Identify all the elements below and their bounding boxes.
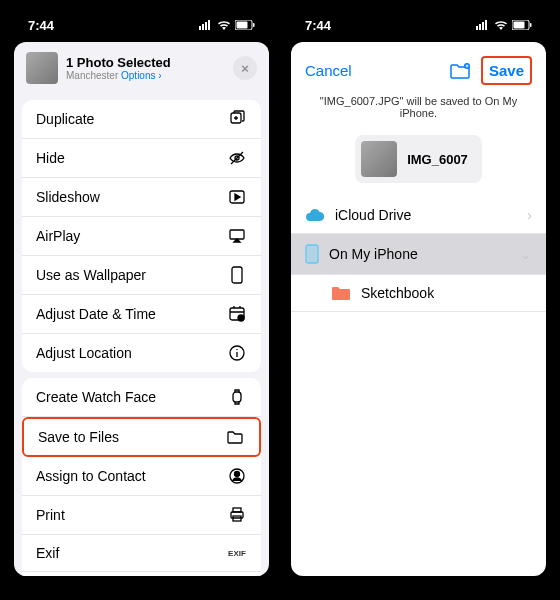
play-icon (227, 188, 247, 206)
svg-rect-5 (237, 22, 248, 29)
wifi-icon (494, 20, 508, 30)
row-exif[interactable]: ExifEXIF (22, 535, 261, 572)
svg-rect-22 (476, 26, 478, 30)
chevron-right-icon: › (527, 207, 532, 223)
files-sheet: Cancel Save "IMG_6007.JPG" will be saved… (291, 42, 546, 576)
location-on-my-iphone[interactable]: On My iPhone ⌄ (291, 234, 546, 275)
row-dropbox[interactable]: Save to Dropbox (22, 572, 261, 576)
row-location[interactable]: Adjust Location (22, 334, 261, 372)
row-wallpaper[interactable]: Use as Wallpaper (22, 256, 261, 295)
svg-rect-11 (232, 267, 242, 283)
save-button[interactable]: Save (481, 56, 532, 85)
svg-rect-19 (233, 508, 241, 512)
exif-icon: EXIF (227, 549, 247, 558)
app-folder-icon (331, 285, 351, 301)
wallpaper-icon (227, 266, 247, 284)
info-icon (227, 344, 247, 362)
sheet-header: 1 Photo Selected Manchester Options › × (14, 42, 269, 94)
save-message: "IMG_6007.JPG" will be saved to On My iP… (291, 95, 546, 127)
row-hide[interactable]: Hide (22, 139, 261, 178)
location-icloud[interactable]: iCloud Drive › (291, 197, 546, 234)
print-icon (227, 506, 247, 524)
action-list-2: Create Watch Face Save to Files Assign t… (22, 378, 261, 576)
photo-thumbnail (26, 52, 58, 84)
action-list-1: Duplicate Hide Slideshow AirPlay Use as … (22, 100, 261, 372)
row-airplay[interactable]: AirPlay (22, 217, 261, 256)
left-phone: 7:44 1 Photo Selected Manchester Options… (8, 8, 275, 592)
chevron-down-icon: ⌄ (520, 246, 532, 262)
row-duplicate[interactable]: Duplicate (22, 100, 261, 139)
watch-icon (227, 388, 247, 406)
share-sheet: 1 Photo Selected Manchester Options › × … (14, 42, 269, 576)
hide-icon (227, 149, 247, 167)
status-time: 7:44 (28, 18, 54, 33)
folder-icon (225, 429, 245, 445)
svg-rect-0 (199, 26, 201, 30)
row-watch-face[interactable]: Create Watch Face (22, 378, 261, 417)
row-datetime[interactable]: Adjust Date & Time (22, 295, 261, 334)
row-print[interactable]: Print (22, 496, 261, 535)
file-preview: IMG_6007 (291, 127, 546, 197)
svg-rect-23 (479, 24, 481, 30)
status-bar: 7:44 (285, 8, 552, 42)
status-time: 7:44 (305, 18, 331, 33)
battery-icon (235, 20, 255, 30)
status-bar: 7:44 (8, 8, 275, 42)
svg-rect-6 (253, 23, 255, 27)
signal-icon (199, 20, 213, 30)
home-indicator[interactable] (92, 584, 192, 588)
svg-point-13 (238, 315, 244, 321)
home-indicator[interactable] (369, 584, 469, 588)
svg-rect-28 (530, 23, 532, 27)
svg-rect-3 (208, 20, 210, 30)
file-name: IMG_6007 (407, 152, 468, 167)
new-folder-icon[interactable] (449, 62, 471, 80)
file-box[interactable]: IMG_6007 (355, 135, 482, 183)
files-header: Cancel Save (291, 42, 546, 95)
row-assign-contact[interactable]: Assign to Contact (22, 457, 261, 496)
battery-icon (512, 20, 532, 30)
close-button[interactable]: × (233, 56, 257, 80)
status-icons (476, 20, 532, 30)
location-sketchbook[interactable]: Sketchbook (291, 275, 546, 312)
svg-rect-27 (514, 22, 525, 29)
svg-rect-10 (230, 230, 244, 239)
signal-icon (476, 20, 490, 30)
cloud-icon (305, 208, 325, 222)
duplicate-icon (227, 110, 247, 128)
file-thumbnail (361, 141, 397, 177)
sheet-title: 1 Photo Selected (66, 55, 171, 70)
svg-rect-31 (307, 246, 317, 262)
svg-rect-24 (482, 22, 484, 30)
svg-rect-2 (205, 22, 207, 30)
svg-point-17 (235, 472, 240, 477)
status-icons (199, 20, 255, 30)
cancel-button[interactable]: Cancel (305, 62, 352, 79)
airplay-icon (227, 227, 247, 245)
row-save-to-files[interactable]: Save to Files (22, 417, 261, 457)
row-slideshow[interactable]: Slideshow (22, 178, 261, 217)
svg-rect-25 (485, 20, 487, 30)
contact-icon (227, 467, 247, 485)
phone-icon (305, 244, 319, 264)
svg-rect-15 (233, 392, 241, 402)
wifi-icon (217, 20, 231, 30)
calendar-icon (227, 305, 247, 323)
svg-rect-1 (202, 24, 204, 30)
sheet-subtitle[interactable]: Manchester Options › (66, 70, 171, 81)
right-phone: 7:44 Cancel Save "IMG_6007.JPG" will be … (285, 8, 552, 592)
